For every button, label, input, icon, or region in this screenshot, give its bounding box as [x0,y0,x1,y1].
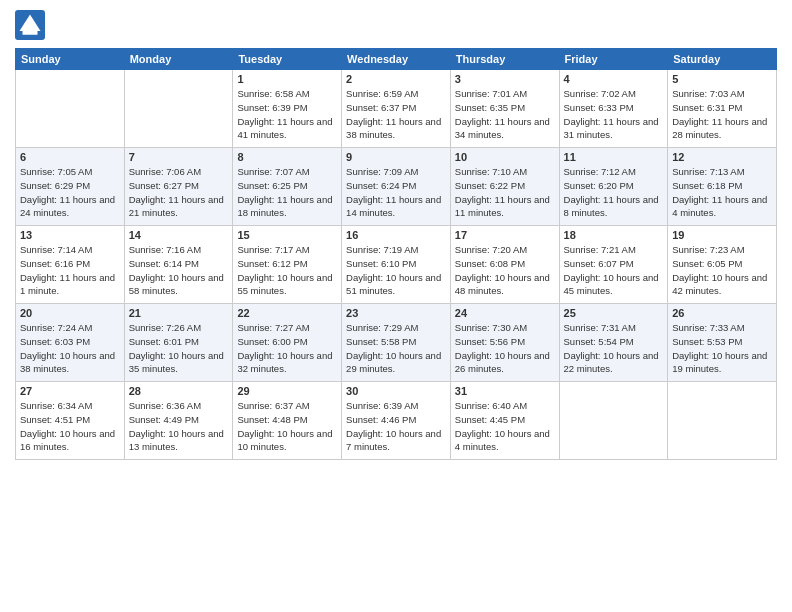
day-number: 26 [672,307,772,319]
calendar-cell: 1Sunrise: 6:58 AM Sunset: 6:39 PM Daylig… [233,70,342,148]
day-number: 6 [20,151,120,163]
day-number: 23 [346,307,446,319]
day-number: 22 [237,307,337,319]
day-number: 2 [346,73,446,85]
day-header-monday: Monday [124,49,233,70]
day-info: Sunrise: 7:03 AM Sunset: 6:31 PM Dayligh… [672,87,772,142]
calendar-cell [668,382,777,460]
day-number: 19 [672,229,772,241]
day-number: 15 [237,229,337,241]
calendar-week-1: 1Sunrise: 6:58 AM Sunset: 6:39 PM Daylig… [16,70,777,148]
day-number: 11 [564,151,664,163]
calendar-cell: 3Sunrise: 7:01 AM Sunset: 6:35 PM Daylig… [450,70,559,148]
calendar-cell: 9Sunrise: 7:09 AM Sunset: 6:24 PM Daylig… [342,148,451,226]
day-info: Sunrise: 7:13 AM Sunset: 6:18 PM Dayligh… [672,165,772,220]
day-number: 13 [20,229,120,241]
day-number: 16 [346,229,446,241]
calendar-cell: 8Sunrise: 7:07 AM Sunset: 6:25 PM Daylig… [233,148,342,226]
day-number: 14 [129,229,229,241]
day-info: Sunrise: 7:21 AM Sunset: 6:07 PM Dayligh… [564,243,664,298]
calendar-cell: 4Sunrise: 7:02 AM Sunset: 6:33 PM Daylig… [559,70,668,148]
day-info: Sunrise: 7:14 AM Sunset: 6:16 PM Dayligh… [20,243,120,298]
day-number: 29 [237,385,337,397]
calendar-table: SundayMondayTuesdayWednesdayThursdayFrid… [15,48,777,460]
day-info: Sunrise: 7:30 AM Sunset: 5:56 PM Dayligh… [455,321,555,376]
day-info: Sunrise: 7:27 AM Sunset: 6:00 PM Dayligh… [237,321,337,376]
day-info: Sunrise: 7:16 AM Sunset: 6:14 PM Dayligh… [129,243,229,298]
logo-icon [15,10,45,40]
day-number: 5 [672,73,772,85]
calendar-cell: 10Sunrise: 7:10 AM Sunset: 6:22 PM Dayli… [450,148,559,226]
calendar-week-4: 20Sunrise: 7:24 AM Sunset: 6:03 PM Dayli… [16,304,777,382]
day-number: 3 [455,73,555,85]
day-info: Sunrise: 7:07 AM Sunset: 6:25 PM Dayligh… [237,165,337,220]
day-number: 21 [129,307,229,319]
day-info: Sunrise: 7:29 AM Sunset: 5:58 PM Dayligh… [346,321,446,376]
day-number: 9 [346,151,446,163]
day-header-thursday: Thursday [450,49,559,70]
day-number: 24 [455,307,555,319]
calendar-cell: 16Sunrise: 7:19 AM Sunset: 6:10 PM Dayli… [342,226,451,304]
day-info: Sunrise: 6:40 AM Sunset: 4:45 PM Dayligh… [455,399,555,454]
day-info: Sunrise: 6:37 AM Sunset: 4:48 PM Dayligh… [237,399,337,454]
day-info: Sunrise: 7:02 AM Sunset: 6:33 PM Dayligh… [564,87,664,142]
day-info: Sunrise: 6:39 AM Sunset: 4:46 PM Dayligh… [346,399,446,454]
day-info: Sunrise: 7:33 AM Sunset: 5:53 PM Dayligh… [672,321,772,376]
calendar-cell: 17Sunrise: 7:20 AM Sunset: 6:08 PM Dayli… [450,226,559,304]
calendar-cell: 13Sunrise: 7:14 AM Sunset: 6:16 PM Dayli… [16,226,125,304]
calendar-cell: 20Sunrise: 7:24 AM Sunset: 6:03 PM Dayli… [16,304,125,382]
calendar-page: SundayMondayTuesdayWednesdayThursdayFrid… [0,0,792,612]
calendar-cell: 30Sunrise: 6:39 AM Sunset: 4:46 PM Dayli… [342,382,451,460]
day-info: Sunrise: 7:17 AM Sunset: 6:12 PM Dayligh… [237,243,337,298]
calendar-cell: 31Sunrise: 6:40 AM Sunset: 4:45 PM Dayli… [450,382,559,460]
calendar-week-2: 6Sunrise: 7:05 AM Sunset: 6:29 PM Daylig… [16,148,777,226]
day-info: Sunrise: 7:10 AM Sunset: 6:22 PM Dayligh… [455,165,555,220]
day-number: 25 [564,307,664,319]
header [15,10,777,40]
header-row: SundayMondayTuesdayWednesdayThursdayFrid… [16,49,777,70]
calendar-week-5: 27Sunrise: 6:34 AM Sunset: 4:51 PM Dayli… [16,382,777,460]
day-number: 7 [129,151,229,163]
day-info: Sunrise: 7:23 AM Sunset: 6:05 PM Dayligh… [672,243,772,298]
day-header-tuesday: Tuesday [233,49,342,70]
calendar-cell: 6Sunrise: 7:05 AM Sunset: 6:29 PM Daylig… [16,148,125,226]
day-number: 20 [20,307,120,319]
day-header-wednesday: Wednesday [342,49,451,70]
day-header-saturday: Saturday [668,49,777,70]
calendar-cell: 14Sunrise: 7:16 AM Sunset: 6:14 PM Dayli… [124,226,233,304]
day-header-friday: Friday [559,49,668,70]
day-info: Sunrise: 7:20 AM Sunset: 6:08 PM Dayligh… [455,243,555,298]
calendar-cell: 19Sunrise: 7:23 AM Sunset: 6:05 PM Dayli… [668,226,777,304]
day-number: 30 [346,385,446,397]
day-info: Sunrise: 7:05 AM Sunset: 6:29 PM Dayligh… [20,165,120,220]
logo [15,10,49,40]
day-header-sunday: Sunday [16,49,125,70]
day-info: Sunrise: 7:01 AM Sunset: 6:35 PM Dayligh… [455,87,555,142]
day-info: Sunrise: 7:26 AM Sunset: 6:01 PM Dayligh… [129,321,229,376]
calendar-cell: 29Sunrise: 6:37 AM Sunset: 4:48 PM Dayli… [233,382,342,460]
day-number: 1 [237,73,337,85]
day-info: Sunrise: 7:09 AM Sunset: 6:24 PM Dayligh… [346,165,446,220]
calendar-cell: 23Sunrise: 7:29 AM Sunset: 5:58 PM Dayli… [342,304,451,382]
day-info: Sunrise: 7:24 AM Sunset: 6:03 PM Dayligh… [20,321,120,376]
calendar-cell: 26Sunrise: 7:33 AM Sunset: 5:53 PM Dayli… [668,304,777,382]
day-number: 4 [564,73,664,85]
day-info: Sunrise: 6:59 AM Sunset: 6:37 PM Dayligh… [346,87,446,142]
calendar-cell: 25Sunrise: 7:31 AM Sunset: 5:54 PM Dayli… [559,304,668,382]
calendar-cell [16,70,125,148]
calendar-week-3: 13Sunrise: 7:14 AM Sunset: 6:16 PM Dayli… [16,226,777,304]
day-number: 10 [455,151,555,163]
day-number: 31 [455,385,555,397]
calendar-cell [559,382,668,460]
calendar-cell: 11Sunrise: 7:12 AM Sunset: 6:20 PM Dayli… [559,148,668,226]
svg-rect-2 [23,31,38,35]
day-info: Sunrise: 7:12 AM Sunset: 6:20 PM Dayligh… [564,165,664,220]
day-number: 27 [20,385,120,397]
day-info: Sunrise: 7:06 AM Sunset: 6:27 PM Dayligh… [129,165,229,220]
calendar-cell: 24Sunrise: 7:30 AM Sunset: 5:56 PM Dayli… [450,304,559,382]
day-info: Sunrise: 7:19 AM Sunset: 6:10 PM Dayligh… [346,243,446,298]
day-info: Sunrise: 6:34 AM Sunset: 4:51 PM Dayligh… [20,399,120,454]
calendar-cell: 5Sunrise: 7:03 AM Sunset: 6:31 PM Daylig… [668,70,777,148]
day-number: 28 [129,385,229,397]
calendar-cell [124,70,233,148]
